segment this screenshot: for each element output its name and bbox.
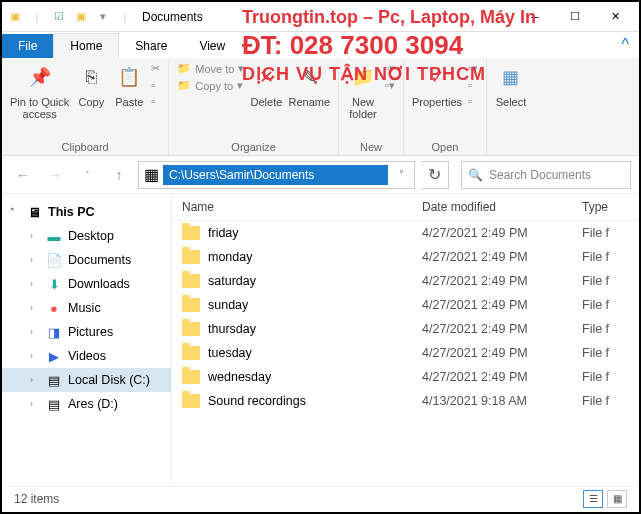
qat-divider: |: [116, 8, 134, 26]
col-date[interactable]: Date modified: [422, 200, 582, 214]
downloads-icon: ⬇: [46, 276, 62, 292]
folder-icon: [182, 250, 200, 264]
copy-path-button[interactable]: ▫: [151, 79, 160, 91]
rename-button[interactable]: ✎Rename: [288, 62, 330, 108]
tab-view[interactable]: View: [183, 34, 241, 58]
copy-button[interactable]: ⎘Copy: [75, 62, 107, 108]
file-row[interactable]: thursday4/27/2021 2:49 PMFile f: [172, 317, 639, 341]
move-to-button[interactable]: 📁Move to▾: [177, 62, 244, 75]
file-name: Sound recordings: [208, 394, 306, 408]
pin-to-quick-access-button[interactable]: 📌Pin to Quick access: [10, 62, 69, 120]
history-button[interactable]: ▫: [468, 95, 478, 107]
ribbon: 📌Pin to Quick access ⎘Copy 📋Paste ✂ ▫ ▫ …: [2, 58, 639, 156]
col-type[interactable]: Type: [582, 200, 629, 214]
select-button[interactable]: ▦Select: [495, 62, 527, 108]
file-list: Name Date modified Type friday4/27/2021 …: [172, 194, 639, 484]
file-date: 4/27/2021 2:49 PM: [422, 226, 582, 240]
select-icon: ▦: [495, 62, 527, 94]
ribbon-collapse-icon[interactable]: ^: [611, 32, 639, 58]
edit-button[interactable]: ▫: [468, 79, 478, 91]
qat-divider: |: [28, 8, 46, 26]
file-type: File f: [582, 370, 629, 384]
file-row[interactable]: saturday4/27/2021 2:49 PMFile f: [172, 269, 639, 293]
easy-access-button[interactable]: ▫▾: [385, 79, 395, 92]
check-icon[interactable]: ☑: [50, 8, 68, 26]
recent-button[interactable]: ˅: [74, 162, 100, 188]
cut-button[interactable]: ✂: [151, 62, 160, 75]
file-type: File f: [582, 298, 629, 312]
file-date: 4/27/2021 2:49 PM: [422, 298, 582, 312]
tab-file[interactable]: File: [2, 34, 53, 58]
file-name: saturday: [208, 274, 256, 288]
tree-documents[interactable]: ›📄Documents: [2, 248, 171, 272]
group-label-organize: Organize: [177, 139, 330, 153]
copy-icon: ⎘: [75, 62, 107, 94]
file-date: 4/27/2021 2:49 PM: [422, 250, 582, 264]
search-input[interactable]: 🔍 Search Documents: [461, 161, 631, 189]
file-row[interactable]: monday4/27/2021 2:49 PMFile f: [172, 245, 639, 269]
search-icon: 🔍: [468, 168, 483, 182]
maximize-button[interactable]: ☐: [555, 3, 595, 31]
file-name: tuesday: [208, 346, 252, 360]
new-folder-button[interactable]: 📁New folder: [347, 62, 379, 120]
documents-icon: ▦: [139, 165, 163, 184]
tab-home[interactable]: Home: [53, 33, 119, 58]
titlebar: ▣ | ☑ ▣ ▾ | Documents ─ ☐ ✕: [2, 2, 639, 32]
copy-to-button[interactable]: 📁Copy to▾: [177, 79, 244, 92]
file-row[interactable]: sunday4/27/2021 2:49 PMFile f: [172, 293, 639, 317]
tree-desktop[interactable]: ›▬Desktop: [2, 224, 171, 248]
qat-dropdown-icon[interactable]: ▾: [94, 8, 112, 26]
folder-icon: [182, 298, 200, 312]
large-icons-view-button[interactable]: ▦: [607, 490, 627, 508]
file-row[interactable]: wednesday4/27/2021 2:49 PMFile f: [172, 365, 639, 389]
paste-shortcut-button[interactable]: ▫: [151, 95, 160, 107]
folder-icon: [182, 346, 200, 360]
desktop-icon: ▬: [46, 228, 62, 244]
file-row[interactable]: friday4/27/2021 2:49 PMFile f: [172, 221, 639, 245]
disk-icon: ▤: [46, 396, 62, 412]
moveto-icon: 📁: [177, 62, 191, 75]
file-name: monday: [208, 250, 252, 264]
delete-button[interactable]: ✕Delete: [250, 62, 282, 108]
minimize-button[interactable]: ─: [515, 3, 555, 31]
properties-button[interactable]: ✓Properties: [412, 62, 462, 108]
properties-icon: ✓: [421, 62, 453, 94]
status-bar: 12 items ☰ ▦: [4, 486, 637, 510]
open-button[interactable]: ▫▾: [468, 62, 478, 75]
tree-pictures[interactable]: ›◨Pictures: [2, 320, 171, 344]
new-folder-icon: 📁: [347, 62, 379, 94]
tree-local-disk[interactable]: ›▤Local Disk (C:): [2, 368, 171, 392]
col-name[interactable]: Name: [182, 200, 422, 214]
file-row[interactable]: tuesday4/27/2021 2:49 PMFile f: [172, 341, 639, 365]
folder-icon: ▣: [72, 8, 90, 26]
file-type: File f: [582, 346, 629, 360]
file-row[interactable]: Sound recordings4/13/2021 9:18 AMFile f: [172, 389, 639, 413]
paste-button[interactable]: 📋Paste: [113, 62, 145, 108]
copyto-icon: 📁: [177, 79, 191, 92]
address-path[interactable]: C:\Users\Samir\Documents: [163, 165, 388, 185]
paste-icon: 📋: [113, 62, 145, 94]
close-button[interactable]: ✕: [595, 3, 635, 31]
tree-music[interactable]: ›●Music: [2, 296, 171, 320]
tree-downloads[interactable]: ›⬇Downloads: [2, 272, 171, 296]
forward-button[interactable]: →: [42, 162, 68, 188]
folder-icon: [182, 274, 200, 288]
tree-ares[interactable]: ›▤Ares (D:): [2, 392, 171, 416]
disk-icon: ▤: [46, 372, 62, 388]
refresh-button[interactable]: ↻: [421, 161, 449, 189]
address-bar[interactable]: ▦ C:\Users\Samir\Documents ˅: [138, 161, 415, 189]
window-title: Documents: [142, 10, 203, 24]
tree-videos[interactable]: ›▶Videos: [2, 344, 171, 368]
address-dropdown-icon[interactable]: ˅: [388, 169, 414, 180]
back-button[interactable]: ←: [10, 162, 36, 188]
tree-this-pc[interactable]: ˅🖥This PC: [2, 200, 171, 224]
up-button[interactable]: ↑: [106, 162, 132, 188]
documents-icon: 📄: [46, 252, 62, 268]
new-item-button[interactable]: ▫▾: [385, 62, 395, 75]
tab-share[interactable]: Share: [119, 34, 183, 58]
folder-icon: [182, 226, 200, 240]
file-name: thursday: [208, 322, 256, 336]
group-label-open: Open: [412, 139, 478, 153]
details-view-button[interactable]: ☰: [583, 490, 603, 508]
file-type: File f: [582, 322, 629, 336]
